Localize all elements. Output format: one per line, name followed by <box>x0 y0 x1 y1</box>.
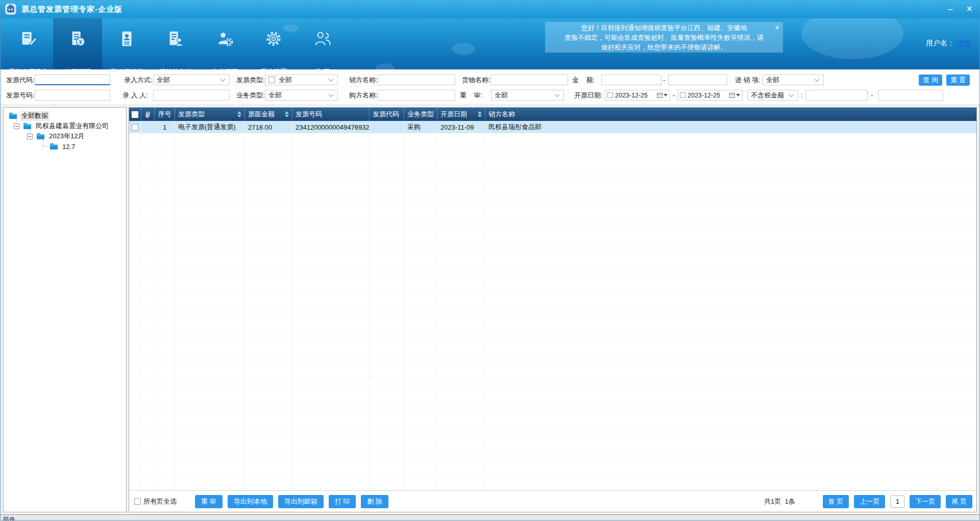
table-empty-row <box>129 243 976 256</box>
tree-collapse-toggle[interactable] <box>27 134 33 139</box>
amount-to-input[interactable] <box>668 75 727 85</box>
user-name-link[interactable]: 张旭 <box>957 39 971 47</box>
select-all-header-cell[interactable] <box>129 108 141 121</box>
table-empty-row <box>129 145 976 158</box>
invoice-code-label: 发票代码: <box>6 75 35 86</box>
business-type-select[interactable]: 全部 <box>265 90 338 101</box>
calendar-icon[interactable] <box>657 92 668 98</box>
decor-bubble <box>801 18 903 59</box>
prev-page-button[interactable]: 上一页 <box>854 495 885 508</box>
tree-node-day[interactable]: 12.7 <box>50 141 77 152</box>
seller-name-label: 销方名称: <box>349 75 378 86</box>
seller-name-input[interactable] <box>378 75 455 85</box>
col-header-invoice-code[interactable]: 发票代码 <box>370 108 404 121</box>
date-to-checkbox[interactable] <box>680 92 685 98</box>
tree-node-all-data[interactable]: 全部数据 <box>9 111 50 121</box>
buyer-name-input[interactable] <box>378 90 455 101</box>
export-mail-button[interactable]: 导出到邮箱 <box>278 495 324 508</box>
nav-item-system-settings[interactable]: 系统设置 <box>249 18 298 69</box>
nav-item-enterprise-management[interactable]: 企业管理 <box>200 18 249 69</box>
table-empty-row <box>129 256 976 268</box>
invoice-no-input[interactable] <box>35 90 110 101</box>
window-controls: – ✕ <box>948 5 973 13</box>
entry-person-label: 录 入 人: <box>122 90 148 101</box>
page-number-input[interactable] <box>890 495 904 508</box>
reset-button[interactable]: 重 置 <box>946 75 970 86</box>
nav-item-invoice-management[interactable]: ¥ 发票管理 <box>53 18 102 69</box>
invoice-type-value: 全部 <box>279 76 292 85</box>
print-button[interactable]: 打 印 <box>329 495 356 508</box>
date-from-picker[interactable]: 2023-12-25 <box>605 90 670 101</box>
table-header: 序号 发票类型 票面金额 发票号码 发票代码 业务类型 开票日期 销方名称 <box>129 108 976 121</box>
table-empty-row <box>129 329 976 341</box>
recheck-button[interactable]: 重 审 <box>195 495 223 508</box>
date-from-value: 2023-12-25 <box>615 92 648 99</box>
sort-arrows-icon[interactable] <box>478 111 482 117</box>
notice-close-icon[interactable]: ✕ <box>775 23 779 33</box>
table-empty-row <box>129 378 976 390</box>
buyer-name-label: 购方名称: <box>349 90 378 101</box>
query-button[interactable]: 查 询 <box>919 75 942 86</box>
col-header-seq[interactable]: 序号 <box>155 108 175 121</box>
col-header-seller[interactable]: 销方名称 <box>485 108 976 121</box>
caret-down-icon <box>664 94 668 96</box>
cell-invoice-type: 电子发票(普通发票) <box>175 121 245 133</box>
filter-bar: 发票代码: 录入方式: 全部 发票类型: 全部 销方名称: 货物名称: 金 额:… <box>0 69 980 105</box>
tree-node-label: 2023年12月 <box>47 131 86 141</box>
amount-label: 金 额: <box>572 75 595 86</box>
table-empty-row <box>129 427 976 439</box>
recheck-select[interactable]: 全部 <box>491 90 564 101</box>
calendar-icon[interactable] <box>729 92 740 98</box>
date-from-checkbox[interactable] <box>607 92 613 98</box>
nav-item-my-expense-forms[interactable]: 我的报销单 <box>102 18 151 69</box>
tree-node-label: 全部数据 <box>20 111 50 121</box>
amount-from-input[interactable] <box>601 75 662 85</box>
table-empty-row <box>129 366 976 378</box>
tax-amount-from-input[interactable] <box>805 90 868 101</box>
sort-arrows-icon[interactable] <box>285 111 289 117</box>
col-header-invoice-no[interactable]: 发票号码 <box>292 108 370 121</box>
inout-label: 进 销 项: <box>735 75 761 86</box>
inout-select[interactable]: 全部 <box>763 75 824 85</box>
entry-person-input[interactable] <box>153 90 230 101</box>
table-row[interactable]: 1 电子发票(普通发票) 2718.00 2341200000004947693… <box>129 121 976 133</box>
tree-node-company[interactable]: 民权县建嘉置业有限公司 <box>23 121 110 131</box>
entry-method-select[interactable]: 全部 <box>153 75 230 85</box>
row-checkbox[interactable] <box>132 124 138 131</box>
export-local-button[interactable]: 导出到本地 <box>228 495 273 508</box>
attachment-header-cell[interactable] <box>141 108 155 121</box>
enterprise-management-icon <box>215 18 234 64</box>
col-header-invoice-type[interactable]: 发票类型 <box>175 108 245 121</box>
tree-node-month[interactable]: 2023年12月 <box>36 131 86 141</box>
nav-item-expense-audit[interactable]: 报销单审核 <box>151 18 200 69</box>
nav-item-about[interactable]: 关 于 <box>298 18 347 69</box>
select-all-pages-checkbox[interactable] <box>134 498 141 505</box>
last-page-button[interactable]: 尾 页 <box>946 495 972 508</box>
business-type-value: 全部 <box>268 91 282 100</box>
nav-item-purchase-invoice-entry[interactable]: 采购发票录入 <box>4 18 53 69</box>
col-header-amount[interactable]: 票面金额 <box>245 108 292 121</box>
first-page-button[interactable]: 首 页 <box>823 495 849 508</box>
invoice-no-label: 发票号码: <box>6 90 35 101</box>
goods-name-input[interactable] <box>491 75 568 85</box>
table-empty-row <box>129 170 976 182</box>
invoice-type-combo[interactable]: 全部 <box>265 75 338 85</box>
chevron-down-icon <box>815 77 820 82</box>
tree-connector <box>43 146 49 147</box>
invoice-type-checkbox[interactable] <box>268 77 275 83</box>
sort-arrows-icon[interactable] <box>237 111 241 117</box>
close-button[interactable]: ✕ <box>966 5 973 13</box>
minimize-button[interactable]: – <box>948 5 953 13</box>
delete-button[interactable]: 删 除 <box>361 495 388 508</box>
col-header-invoice-date[interactable]: 开票日期 <box>437 108 485 121</box>
table-panel: 序号 发票类型 票面金额 发票号码 发票代码 业务类型 开票日期 销方名称 <box>129 107 977 512</box>
user-box: 用户名：张旭 <box>914 31 971 56</box>
amount-mode-select[interactable]: 不含税金额 <box>747 90 798 101</box>
next-page-button[interactable]: 下一页 <box>910 495 941 508</box>
tree-collapse-toggle[interactable] <box>14 123 19 129</box>
tax-amount-to-input[interactable] <box>878 90 943 101</box>
invoice-code-input[interactable] <box>35 75 110 85</box>
header-checkbox[interactable] <box>132 111 138 118</box>
col-header-business-type[interactable]: 业务类型 <box>404 108 437 121</box>
date-to-picker[interactable]: 2023-12-25 <box>677 90 743 101</box>
